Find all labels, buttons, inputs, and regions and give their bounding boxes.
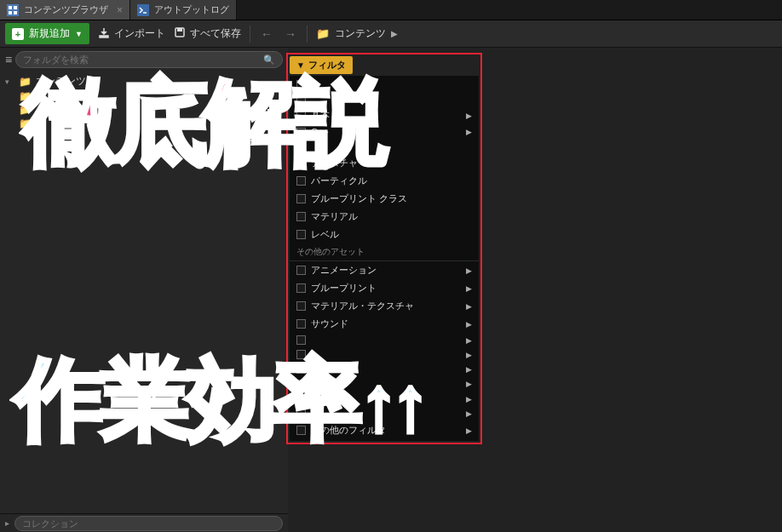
filter-item[interactable]: テクスチャ — [290, 154, 479, 172]
filter-item[interactable]: C++▶ — [290, 124, 479, 140]
checkbox[interactable] — [296, 266, 306, 275]
collections-row: ▸ — [0, 513, 288, 532]
filter-item-label: ブループリント — [311, 282, 461, 295]
tab-bar: コンテンツブラウザ × アウトプットログ — [0, 0, 782, 20]
checkbox[interactable] — [296, 158, 306, 168]
chevron-right-icon: ▶ — [466, 426, 472, 435]
chevron-right-icon: ▶ — [466, 112, 472, 120]
filter-item[interactable]: AI▶ — [290, 406, 479, 421]
filter-item[interactable]: ブループリント クラス — [290, 190, 479, 208]
filter-item[interactable]: マテリアル — [290, 208, 479, 226]
tab-label: コンテンツブラウザ — [24, 3, 108, 16]
folder-icon: 📁 — [19, 117, 32, 129]
tree-row[interactable]: 📁 — [5, 103, 283, 117]
tree-row[interactable]: ▾ 📁 コンテンツ — [5, 73, 283, 89]
tree-row[interactable]: 📁 — [5, 89, 283, 103]
filter-item[interactable]: ブループリント▶ — [290, 279, 479, 297]
checkbox[interactable] — [296, 394, 306, 403]
expand-icon[interactable]: ▾ — [5, 77, 15, 86]
chevron-right-icon: ▶ — [466, 351, 472, 359]
checkbox[interactable] — [296, 212, 306, 221]
sidebar: ≡ 🔍 ▾ 📁 コンテンツ 📁 📁 📁 — [0, 48, 288, 532]
chevron-right-icon: ▶ — [466, 336, 472, 345]
filter-item-label: 基本 — [311, 109, 461, 122]
breadcrumb-item[interactable]: コンテンツ — [335, 26, 386, 41]
filter-item[interactable]: サウンド▶ — [290, 315, 479, 333]
save-all-button[interactable]: すべて保存 — [174, 26, 241, 41]
folder-icon: 📁 — [19, 76, 32, 88]
checkbox[interactable] — [296, 128, 306, 137]
chevron-right-icon: ▶ — [391, 29, 398, 38]
checkbox[interactable] — [296, 409, 306, 419]
checkbox[interactable] — [296, 335, 306, 345]
svg-rect-4 — [14, 11, 17, 14]
filter-item[interactable]: ▶ — [290, 347, 479, 362]
toolbar: + 新規追加 ▼ インポート すべて保存 ← → 📁 コンテンツ ▶ — [0, 20, 782, 48]
checkbox[interactable] — [296, 426, 306, 435]
chevron-right-icon: ▶ — [466, 302, 472, 311]
filter-item-label: その他のフィルタ — [311, 424, 461, 437]
folder-tree: ▾ 📁 コンテンツ 📁 📁 📁 — [0, 72, 288, 513]
filter-item[interactable]: パーティクル — [290, 172, 479, 190]
filter-button-label: フィルタ — [308, 59, 346, 72]
import-label: インポート — [114, 26, 165, 41]
collection-search-input[interactable] — [14, 516, 283, 531]
checkbox[interactable] — [296, 142, 306, 152]
filter-item[interactable] — [290, 92, 479, 106]
save-icon — [174, 26, 186, 41]
checkbox[interactable] — [296, 301, 306, 311]
svg-rect-1 — [9, 6, 12, 9]
checkbox[interactable] — [296, 194, 306, 203]
sources-toggle-icon[interactable]: ≡ — [5, 53, 12, 66]
filter-item[interactable]: ▶ — [290, 362, 479, 376]
filter-item[interactable]: ▶ — [290, 333, 479, 347]
import-button[interactable]: インポート — [98, 26, 165, 41]
filter-icon: ▼ — [296, 60, 305, 70]
filter-item-label: マテリアル・テクスチャ — [311, 300, 461, 312]
chevron-down-icon: ▼ — [75, 30, 83, 38]
expand-icon[interactable]: ▸ — [5, 518, 9, 528]
chevron-right-icon: ▶ — [466, 266, 472, 275]
chevron-right-icon: ▶ — [466, 128, 472, 136]
filter-item[interactable]: その他のフィルタ▶ — [290, 421, 479, 439]
checkbox[interactable] — [296, 364, 306, 374]
filter-item[interactable] — [290, 140, 479, 154]
tree-label: コンテンツ — [35, 74, 86, 89]
filter-item[interactable]: マテリアル・テクスチャ▶ — [290, 297, 479, 315]
checkbox[interactable] — [296, 111, 306, 120]
close-icon[interactable]: × — [117, 4, 123, 16]
filter-item-label: パーティクル — [311, 174, 472, 187]
checkbox[interactable] — [296, 230, 306, 239]
add-new-button[interactable]: + 新規追加 ▼ — [5, 23, 89, 44]
save-all-label: すべて保存 — [190, 26, 241, 41]
filter-item[interactable]: 基本▶ — [290, 106, 479, 124]
folder-icon: 📁 — [19, 90, 32, 102]
breadcrumb[interactable]: 📁 コンテンツ ▶ — [316, 26, 398, 41]
checkbox[interactable] — [296, 283, 306, 293]
search-icon: 🔍 — [263, 54, 275, 66]
filter-item[interactable]: レベル — [290, 226, 479, 243]
checkbox[interactable] — [296, 176, 306, 186]
checkbox[interactable] — [296, 80, 306, 89]
tab-content-browser[interactable]: コンテンツブラウザ × — [0, 0, 130, 20]
tab-output-log[interactable]: アウトプットログ — [130, 0, 237, 20]
checkbox[interactable] — [296, 380, 306, 389]
checkbox[interactable] — [296, 350, 306, 359]
filter-item[interactable]: アニメーション▶ — [290, 261, 479, 279]
forward-button[interactable]: → — [283, 27, 298, 41]
add-new-label: 新規追加 — [29, 26, 70, 41]
tree-row[interactable]: 📁 — [5, 117, 283, 130]
filter-item[interactable]: able▶ — [290, 376, 479, 392]
folder-icon: 📁 — [19, 104, 32, 116]
chevron-right-icon: ▶ — [466, 409, 472, 418]
filter-item-label: C++ — [311, 127, 461, 137]
checkbox[interactable] — [296, 94, 306, 104]
filter-item[interactable]: ▶ — [290, 392, 479, 406]
filter-button[interactable]: ▼ フィルタ — [290, 56, 353, 74]
folder-search-field[interactable]: 🔍 — [15, 51, 283, 68]
checkbox[interactable] — [296, 319, 306, 329]
separator — [250, 26, 250, 43]
back-button[interactable]: ← — [259, 27, 274, 41]
filter-item[interactable] — [290, 77, 479, 92]
folder-search-input[interactable] — [23, 54, 263, 65]
